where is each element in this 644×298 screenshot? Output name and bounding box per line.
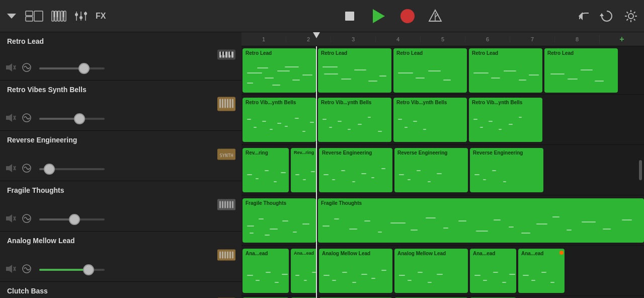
loop-button[interactable] <box>600 9 614 23</box>
instrument-icon-fragile-thoughts <box>216 197 236 215</box>
clip-reverse-engineering-4[interactable]: Reverse Engineering <box>394 148 468 192</box>
svg-rect-6 <box>58 11 60 21</box>
clip-notes <box>245 114 314 139</box>
track-name-retro-vibes: Retro Vibes Synth Bells <box>7 86 87 94</box>
clip-row-retro-vibes: Retro Vib...ynth Bells Retro Vib...ynth … <box>242 95 644 145</box>
svg-rect-2 <box>26 17 33 21</box>
clip-notes <box>245 265 287 290</box>
clip-analog-mellow-lead-1[interactable]: Ana...ead <box>243 249 289 293</box>
view-layout-button[interactable] <box>25 11 43 22</box>
mute-button-fragile-thoughts[interactable] <box>5 214 16 225</box>
svg-rect-47 <box>224 99 226 108</box>
volume-slider-analog-mellow-lead[interactable] <box>39 269 105 271</box>
clip-retro-lead-4[interactable]: Retro Lead <box>469 48 542 93</box>
svg-rect-66 <box>229 201 231 208</box>
clip-label: Retro Lead <box>547 50 574 56</box>
beat-add[interactable]: + <box>599 35 644 44</box>
clip-label: Reverse Engineering <box>397 150 447 156</box>
clip-retro-vibes-3[interactable]: Retro Vib...ynth Bells <box>393 98 467 142</box>
clip-analog-mellow-lead-2[interactable]: Ana...ead <box>291 249 317 293</box>
stop-button[interactable] <box>343 9 357 23</box>
clip-retro-vibes-1[interactable]: Retro Vib...ynth Bells <box>243 98 316 142</box>
instrument-icon-analog-mellow-lead <box>216 247 236 266</box>
fx-button[interactable]: FX <box>96 12 106 21</box>
clip-reverse-engineering-5[interactable]: Reverse Engineering <box>470 148 543 192</box>
solo-button-retro-lead[interactable] <box>21 63 32 74</box>
clip-retro-lead-2[interactable]: Retro Lead <box>318 48 391 93</box>
toolbar-left: FX <box>6 11 248 22</box>
clip-notes <box>395 64 465 90</box>
clip-analog-mellow-lead-5[interactable]: Ana...ead <box>470 249 516 293</box>
beat-2: 2 <box>286 36 331 42</box>
settings-button[interactable] <box>624 9 638 23</box>
svg-rect-67 <box>232 201 233 208</box>
clip-retro-lead-3[interactable]: Retro Lead <box>393 48 467 93</box>
clip-reverse-engineering-1[interactable]: Rev...ring <box>243 148 289 192</box>
svg-rect-78 <box>232 251 233 258</box>
solo-button-fragile-thoughts[interactable] <box>21 214 32 225</box>
volume-slider-reverse-engineering[interactable] <box>39 168 105 170</box>
undo-button[interactable] <box>576 9 590 23</box>
clip-retro-lead-5[interactable]: Retro Lead <box>544 48 618 93</box>
record-button[interactable] <box>399 8 416 25</box>
svg-rect-74 <box>222 251 223 258</box>
clip-row-retro-lead: Retro Lead Retro Lead <box>242 46 644 95</box>
piano-keys-button[interactable] <box>51 11 66 22</box>
svg-rect-73 <box>219 251 221 258</box>
clip-notes <box>293 164 315 189</box>
mute-button-retro-vibes[interactable] <box>5 113 16 124</box>
svg-marker-57 <box>6 214 12 222</box>
solo-button-retro-vibes[interactable] <box>21 113 32 124</box>
volume-slider-fragile-thoughts[interactable] <box>39 218 105 220</box>
clip-label: Analog Mellow Lead <box>322 251 370 256</box>
beat-6: 6 <box>465 36 510 42</box>
clip-label: Retro Lead <box>246 50 272 56</box>
clip-retro-vibes-2[interactable]: Retro Vib...ynth Bells <box>318 98 391 142</box>
clip-label: Fragile Thoughts <box>321 200 362 206</box>
beat-5: 5 <box>420 36 465 42</box>
clip-label: Fragile Thoughts <box>246 200 286 206</box>
svg-rect-62 <box>219 201 221 208</box>
volume-slider-retro-lead[interactable] <box>39 67 105 69</box>
clip-label: Rev...ring <box>246 150 268 156</box>
clip-notes <box>320 114 389 139</box>
svg-marker-51 <box>6 164 12 172</box>
clip-fragile-thoughts-1[interactable]: Fragile Thoughts <box>243 198 316 243</box>
solo-button-analog-mellow-lead[interactable] <box>21 264 32 275</box>
clip-notes <box>472 265 514 290</box>
clip-notes <box>321 265 390 290</box>
clip-label: Rev...ring <box>294 150 314 155</box>
mute-button-retro-lead[interactable] <box>5 63 16 74</box>
scroll-handle[interactable] <box>639 160 642 180</box>
clip-analog-mellow-lead-3[interactable]: Analog Mellow Lead <box>319 249 392 293</box>
clip-notes <box>471 114 540 139</box>
clip-retro-vibes-4[interactable]: Retro Vib...ynth Bells <box>469 98 542 142</box>
clip-notes <box>293 265 315 290</box>
clip-reverse-engineering-2[interactable]: Rev...ring <box>291 148 317 192</box>
track-controls-retro-vibes <box>5 113 105 124</box>
clip-retro-lead-1[interactable]: Retro Lead <box>243 48 316 93</box>
mixer-button[interactable] <box>74 11 88 22</box>
clip-reverse-engineering-3[interactable]: Reverse Engineering <box>319 148 392 192</box>
svg-rect-75 <box>224 251 226 258</box>
beat-1: 1 <box>242 36 286 42</box>
track-controls-fragile-thoughts <box>5 214 105 225</box>
solo-button-reverse-engineering[interactable] <box>21 164 32 175</box>
track-row-retro-lead: Retro Lead <box>0 32 242 81</box>
clip-fragile-thoughts-2[interactable]: Fragile Thoughts <box>318 198 644 243</box>
clip-row-analog-mellow-lead: Ana...ead Ana...ead Analog Mello <box>242 246 644 296</box>
clip-analog-mellow-lead-4[interactable]: Analog Mellow Lead <box>394 249 468 293</box>
clip-analog-mellow-lead-6[interactable]: Ana...ead <box>518 249 565 293</box>
dropdown-button[interactable] <box>6 11 17 22</box>
clip-label: Retro Vib...ynth Bells <box>246 100 296 105</box>
track-row-clutch-bass: Clutch Bass BASS <box>0 282 242 298</box>
beat-8: 8 <box>554 36 599 42</box>
metronome-button[interactable] <box>428 9 442 23</box>
volume-slider-retro-vibes[interactable] <box>39 118 105 120</box>
svg-point-20 <box>400 9 415 23</box>
mute-button-analog-mellow-lead[interactable] <box>5 264 16 275</box>
svg-rect-38 <box>224 51 225 55</box>
mute-button-reverse-engineering[interactable] <box>5 164 16 175</box>
svg-rect-34 <box>225 51 227 57</box>
play-button[interactable] <box>369 7 387 25</box>
